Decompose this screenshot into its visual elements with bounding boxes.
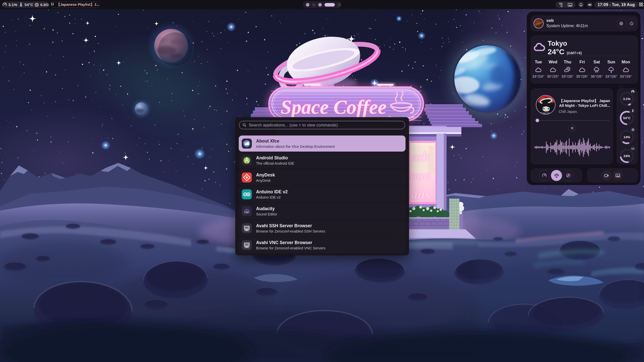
svg-text:oon: oon [411, 168, 431, 183]
svg-text:Space Coffee: Space Coffee [281, 96, 387, 118]
svg-text:TOKYO L: TOKYO L [540, 112, 553, 115]
svg-text:C: C [560, 4, 563, 8]
svg-text:esh: esh [412, 149, 430, 164]
svg-text:ans: ans [411, 187, 430, 201]
